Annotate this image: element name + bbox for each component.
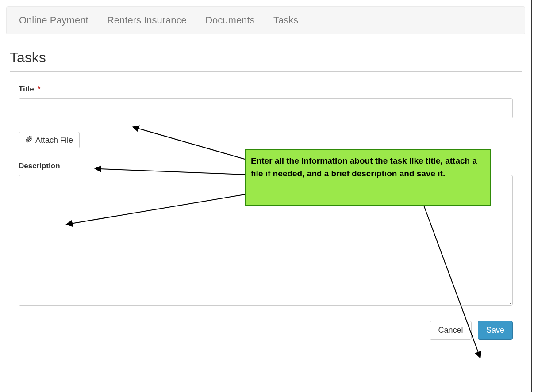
- attach-file-label: Attach File: [35, 136, 73, 145]
- nav-renters-insurance[interactable]: Renters Insurance: [107, 15, 187, 26]
- cancel-button[interactable]: Cancel: [430, 321, 471, 340]
- save-button[interactable]: Save: [478, 321, 513, 340]
- page-title: Tasks: [10, 49, 522, 72]
- nav-tasks[interactable]: Tasks: [273, 15, 298, 26]
- attach-file-button[interactable]: Attach File: [19, 132, 80, 148]
- title-group: Title *: [19, 85, 513, 118]
- attach-group: Attach File: [19, 132, 513, 148]
- description-label: Description: [19, 162, 60, 171]
- nav-online-payment[interactable]: Online Payment: [19, 15, 88, 26]
- form-actions: Cancel Save: [19, 321, 513, 340]
- title-input[interactable]: [19, 98, 513, 118]
- annotation-callout: Enter all the information about the task…: [245, 149, 491, 206]
- app-frame: Online Payment Renters Insurance Documen…: [0, 0, 532, 392]
- title-label: Title: [19, 85, 34, 94]
- paperclip-icon: [25, 135, 33, 145]
- top-nav: Online Payment Renters Insurance Documen…: [6, 6, 525, 34]
- required-indicator: *: [38, 85, 40, 93]
- nav-documents[interactable]: Documents: [205, 15, 254, 26]
